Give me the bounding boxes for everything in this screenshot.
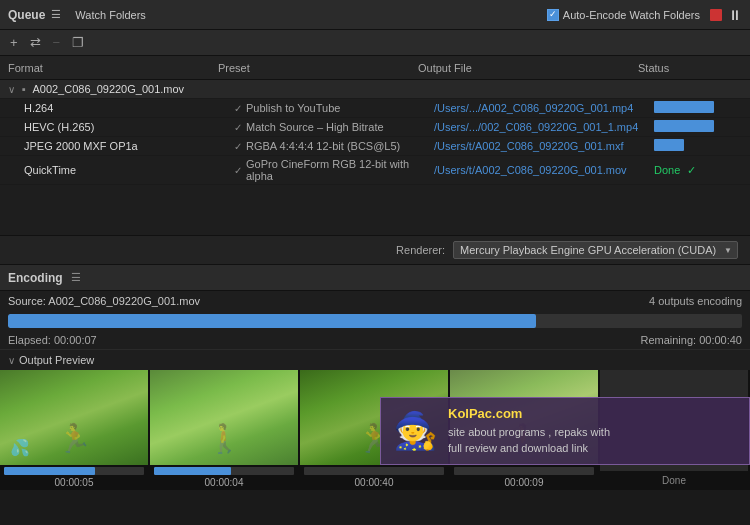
encoding-progress-bar-outer xyxy=(8,314,742,328)
status-progress-bar xyxy=(654,101,714,113)
table-row[interactable]: JPEG 2000 MXF OP1a ✓ RGBA 4:4:4:4 12-bit… xyxy=(0,137,750,156)
col-preset: Preset xyxy=(218,62,418,74)
row-format: JPEG 2000 MXF OP1a xyxy=(24,140,234,152)
status-done-label: Done xyxy=(654,164,680,176)
row-status xyxy=(654,139,750,153)
auto-encode-label: Auto-Encode Watch Folders xyxy=(547,9,700,21)
thumbnail-item: 💦 🏃 00:00:05 xyxy=(0,370,150,490)
auto-encode-checkbox[interactable] xyxy=(547,9,559,21)
watermark-text: KolPac.com site about programs , repaks … xyxy=(448,406,737,456)
pause-button[interactable]: ⏸ xyxy=(728,7,742,23)
encoding-progress-bar-inner xyxy=(8,314,536,328)
status-progress-bar xyxy=(654,139,684,151)
done-checkmark-icon: ✓ xyxy=(687,164,696,176)
thumbnail-item: 🚶 00:00:04 xyxy=(150,370,300,490)
table-row[interactable]: QuickTime ✓ GoPro CineForm RGB 12-bit wi… xyxy=(0,156,750,185)
thumb-progress-1 xyxy=(4,467,144,475)
table-header: Format Preset Output File Status xyxy=(0,56,750,80)
thumb-time-4: 00:00:09 xyxy=(454,477,594,488)
preset-check-icon: ✓ xyxy=(234,141,242,152)
watermark-overlay: 🧙 KolPac.com site about programs , repak… xyxy=(380,397,750,465)
thumb-footer-2: 00:00:04 xyxy=(150,465,298,490)
queue-menu-icon[interactable]: ☰ xyxy=(51,8,61,21)
renderer-row: Renderer: Mercury Playback Engine GPU Ac… xyxy=(0,235,750,265)
duplicate-button[interactable]: ❐ xyxy=(70,35,86,50)
figure-icon: 🚶 xyxy=(207,422,242,455)
row-preset: ✓ Match Source – High Bitrate xyxy=(234,121,434,133)
queue-label: Queue xyxy=(8,8,45,22)
status-progress-bar xyxy=(654,120,714,132)
row-preset: ✓ Publish to YouTube xyxy=(234,102,434,114)
source-label: Source: A002_C086_09220G_001.mov xyxy=(8,295,200,307)
preset-check-icon: ✓ xyxy=(234,103,242,114)
watermark-desc: site about programs , repaks withfull re… xyxy=(448,425,737,456)
thumb-progress-2 xyxy=(154,467,294,475)
thumb-time-1: 00:00:05 xyxy=(4,477,144,488)
parent-chevron[interactable]: ∨ xyxy=(8,84,15,95)
row-preset: ✓ RGBA 4:4:4:4 12-bit (BCS@L5) xyxy=(234,140,434,152)
encoding-label: Encoding xyxy=(8,271,63,285)
encoding-info-row: Source: A002_C086_09220G_001.mov 4 outpu… xyxy=(0,291,750,311)
parent-row-name: ∨ ▪ A002_C086_09220G_001.mov xyxy=(8,83,218,95)
elapsed-label: Elapsed: 00:00:07 xyxy=(8,334,97,346)
preview-thumbnails: 💦 🏃 00:00:05 🚶 00:00:04 🏃 xyxy=(0,370,750,490)
add-button[interactable]: + xyxy=(8,35,20,50)
table-row[interactable]: HEVC (H.265) ✓ Match Source – High Bitra… xyxy=(0,118,750,137)
queue-parent-row[interactable]: ∨ ▪ A002_C086_09220G_001.mov xyxy=(0,80,750,99)
thumb-progress-bar-1 xyxy=(4,467,95,475)
outputs-label: 4 outputs encoding xyxy=(649,295,742,307)
thumb-progress-3 xyxy=(304,467,444,475)
row-preset: ✓ GoPro CineForm RGB 12-bit with alpha xyxy=(234,158,434,182)
thumb-footer-4: 00:00:09 xyxy=(450,465,598,490)
thumb-footer-5: Done xyxy=(600,471,748,490)
water-splash-icon: 💦 xyxy=(10,438,30,457)
preset-check-icon: ✓ xyxy=(234,122,242,133)
watermark-site: KolPac.com xyxy=(448,406,737,421)
col-output: Output File xyxy=(418,62,638,74)
time-row: Elapsed: 00:00:07 Remaining: 00:00:40 xyxy=(0,331,750,349)
row-status xyxy=(654,120,750,134)
output-preview-header: ∨ Output Preview xyxy=(0,349,750,370)
row-format: H.264 xyxy=(24,102,234,114)
col-format: Format xyxy=(8,62,218,74)
top-toolbar: Queue ☰ Watch Folders Auto-Encode Watch … xyxy=(0,0,750,30)
table-row[interactable]: H.264 ✓ Publish to YouTube /Users/.../A0… xyxy=(0,99,750,118)
preset-check-icon: ✓ xyxy=(234,165,242,176)
thumb-footer-1: 00:00:05 xyxy=(0,465,148,490)
thumb-footer-3: 00:00:40 xyxy=(300,465,448,490)
sync-button[interactable]: ⇄ xyxy=(28,35,43,50)
row-format: HEVC (H.265) xyxy=(24,121,234,133)
row-format: QuickTime xyxy=(24,164,234,176)
remove-button[interactable]: − xyxy=(51,35,63,50)
renderer-select[interactable]: Mercury Playback Engine GPU Acceleration… xyxy=(453,241,738,259)
encoding-header: Encoding ☰ xyxy=(0,265,750,291)
thumb-video-2: 🚶 xyxy=(150,370,298,465)
wizard-hat-icon: 🧙 xyxy=(393,413,438,449)
output-preview-label: Output Preview xyxy=(19,354,94,366)
remaining-label: Remaining: 00:00:40 xyxy=(640,334,742,346)
row-status: Done ✓ xyxy=(654,164,750,177)
encoding-menu-icon[interactable]: ☰ xyxy=(71,271,81,284)
stop-button[interactable] xyxy=(710,9,722,21)
queue-table: ∨ ▪ A002_C086_09220G_001.mov H.264 ✓ Pub… xyxy=(0,80,750,235)
row-status xyxy=(654,101,750,115)
renderer-label: Renderer: xyxy=(396,244,445,256)
encoding-progress-row xyxy=(0,311,750,331)
row-output: /Users/.../A002_C086_09220G_001.mp4 xyxy=(434,102,654,114)
renderer-select-wrap: Mercury Playback Engine GPU Acceleration… xyxy=(453,241,738,259)
parent-icon: ▪ xyxy=(22,83,26,95)
thumb-video-1: 💦 🏃 xyxy=(0,370,148,465)
thumb-progress-bar-2 xyxy=(154,467,231,475)
figure-icon: 🏃 xyxy=(57,422,92,455)
watch-folders-button[interactable]: Watch Folders xyxy=(75,9,146,21)
thumb-time-2: 00:00:04 xyxy=(154,477,294,488)
col-status: Status xyxy=(638,62,750,74)
row-output: /Users/t/A002_C086_09220G_001.mov xyxy=(434,164,654,176)
row-output: /Users/t/A002_C086_09220G_001.mxf xyxy=(434,140,654,152)
row-output: /Users/.../002_C086_09220G_001_1.mp4 xyxy=(434,121,654,133)
output-preview-chevron[interactable]: ∨ xyxy=(8,355,15,366)
second-toolbar: + ⇄ − ❐ xyxy=(0,30,750,56)
thumb-time-3: 00:00:40 xyxy=(304,477,444,488)
thumb-done-label: Done xyxy=(604,473,744,488)
thumb-progress-4 xyxy=(454,467,594,475)
